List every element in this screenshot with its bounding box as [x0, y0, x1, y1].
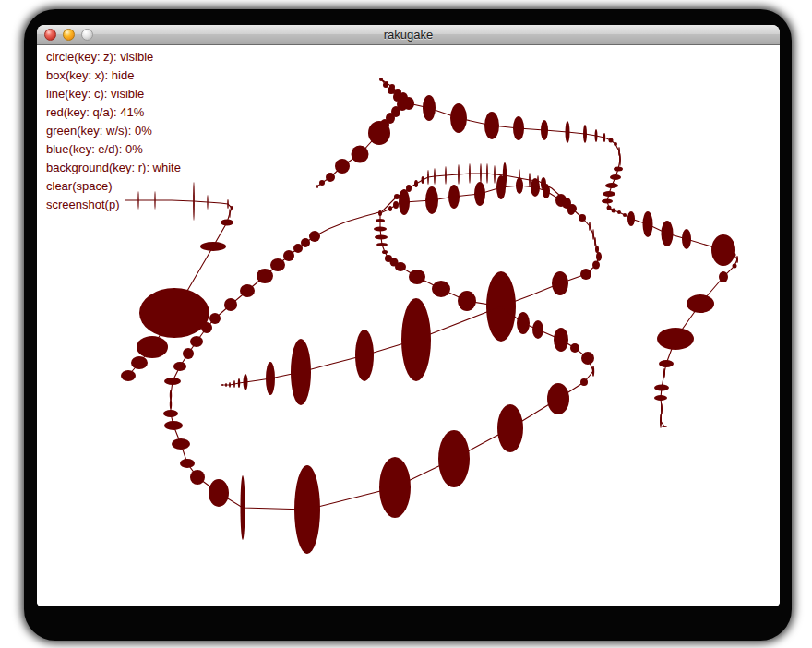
canvas-area: circle(key: z): visible box(key: x): hid… — [37, 45, 780, 606]
screenshot-root: { "window": { "title": "rakugake", "butt… — [0, 0, 812, 648]
app-window: rakugake circle(key: z): visible box(key… — [37, 25, 780, 606]
drawing-canvas[interactable] — [37, 25, 780, 606]
